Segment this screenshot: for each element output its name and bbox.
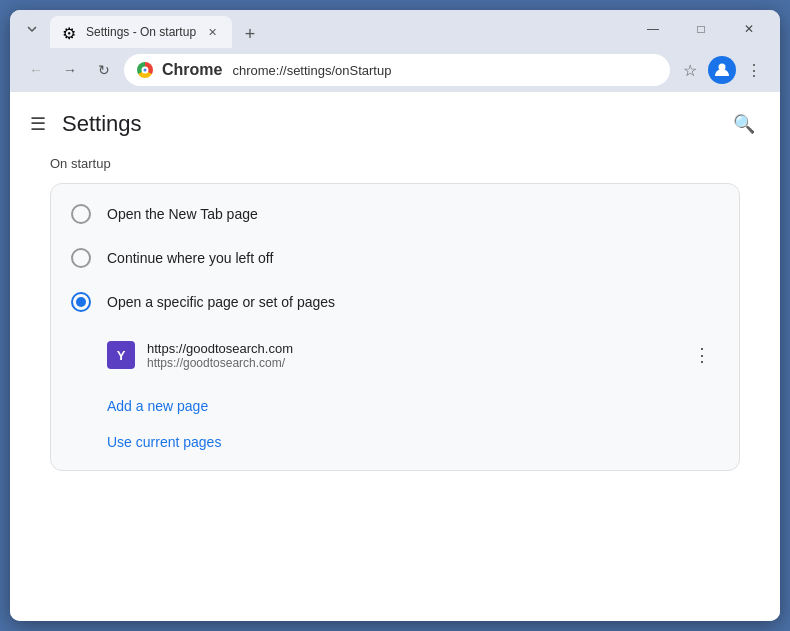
startup-page-entry: Y https://goodtosearch.com https://goodt… [107,332,719,378]
radio-continue[interactable] [71,248,91,268]
new-tab-button[interactable]: + [236,20,264,48]
address-url: chrome://settings/onStartup [232,63,658,78]
option-continue-label: Continue where you left off [107,250,273,266]
startup-pages-area: Y https://goodtosearch.com https://goodt… [51,324,739,386]
hamburger-icon[interactable]: ☰ [30,113,46,135]
search-settings-button[interactable]: 🔍 [728,108,760,140]
menu-button[interactable]: ⋮ [740,56,768,84]
close-button[interactable]: ✕ [726,13,772,45]
tab-history-button[interactable] [18,15,46,43]
option-new-tab[interactable]: Open the New Tab page [51,192,739,236]
bookmark-button[interactable]: ☆ [676,56,704,84]
radio-dot [76,297,86,307]
browser-window: ⚙ Settings - On startup ✕ + — □ ✕ ← → ↻ … [10,10,780,621]
page-url-sub: https://goodtosearch.com/ [147,356,673,370]
settings-header: ☰ Settings 🔍 [10,92,780,156]
minimize-button[interactable]: — [630,13,676,45]
address-input[interactable]: Chrome chrome://settings/onStartup [124,54,670,86]
radio-new-tab[interactable] [71,204,91,224]
page-urls: https://goodtosearch.com https://goodtos… [147,341,673,370]
address-bar: ← → ↻ Chrome chrome://settings/onStartup… [10,48,780,92]
address-brand: Chrome [162,61,222,79]
page-more-options-button[interactable]: ⋮ [685,340,719,370]
address-right-icons: ☆ ⋮ [676,56,768,84]
tab-close-button[interactable]: ✕ [204,24,220,40]
window-controls: — □ ✕ [630,13,772,45]
action-links: Add a new page Use current pages [51,386,739,462]
reload-button[interactable]: ↻ [90,56,118,84]
maximize-button[interactable]: □ [678,13,724,45]
page-favicon-icon: Y [107,341,135,369]
forward-button[interactable]: → [56,56,84,84]
profile-icon[interactable] [708,56,736,84]
tab-title: Settings - On startup [86,25,196,39]
settings-title: Settings [62,111,142,137]
favicon-letter: Y [117,348,126,363]
option-specific[interactable]: Open a specific page or set of pages [51,280,739,324]
option-continue[interactable]: Continue where you left off [51,236,739,280]
tabs-area: ⚙ Settings - On startup ✕ + [50,10,626,48]
page-url-title: https://goodtosearch.com [147,341,673,356]
section-label: On startup [50,156,740,171]
options-card: Open the New Tab page Continue where you… [50,183,740,471]
chrome-logo-icon [136,61,154,79]
active-tab[interactable]: ⚙ Settings - On startup ✕ [50,16,232,48]
option-new-tab-label: Open the New Tab page [107,206,258,222]
back-button[interactable]: ← [22,56,50,84]
settings-page: On startup Open the New Tab page Continu… [10,156,780,511]
radio-specific[interactable] [71,292,91,312]
tab-favicon-icon: ⚙ [62,24,78,40]
use-current-pages-link[interactable]: Use current pages [107,426,719,458]
add-new-page-link[interactable]: Add a new page [107,390,719,422]
main-content: PC RISK.COM ☰ Settings 🔍 On startup Open… [10,92,780,621]
settings-title-wrap: ☰ Settings [30,111,142,137]
option-specific-label: Open a specific page or set of pages [107,294,335,310]
title-bar: ⚙ Settings - On startup ✕ + — □ ✕ [10,10,780,48]
